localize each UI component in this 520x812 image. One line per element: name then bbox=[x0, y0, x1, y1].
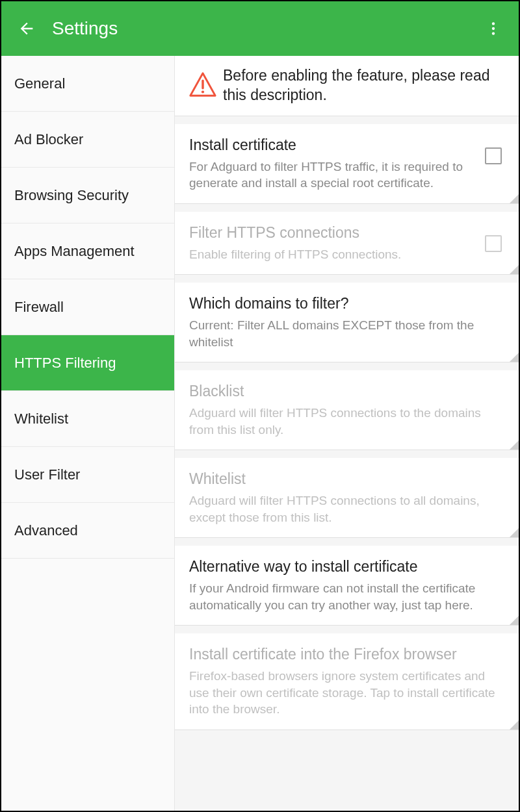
checkbox[interactable] bbox=[485, 147, 502, 164]
sidebar-item-label: Whitelist bbox=[14, 411, 68, 427]
resize-corner-icon bbox=[510, 616, 519, 625]
sidebar-item-label: Apps Management bbox=[14, 243, 135, 260]
sidebar-item-general[interactable]: General bbox=[1, 56, 174, 112]
sidebar-item-https-filtering[interactable]: HTTPS Filtering bbox=[1, 335, 174, 391]
sidebar-item-apps-management[interactable]: Apps Management bbox=[1, 223, 174, 279]
sidebar-item-firewall[interactable]: Firewall bbox=[1, 279, 174, 335]
setting-whitelist: Whitelist Adguard will filter HTTPS conn… bbox=[175, 458, 519, 538]
resize-corner-icon bbox=[510, 353, 519, 362]
sidebar-item-browsing-security[interactable]: Browsing Security bbox=[1, 168, 174, 223]
setting-alternative-install[interactable]: Alternative way to install certificate I… bbox=[175, 546, 519, 626]
svg-point-4 bbox=[202, 90, 204, 93]
sidebar-item-label: Advanced bbox=[14, 522, 78, 539]
setting-desc: Adguard will filter HTTPS connections to… bbox=[189, 405, 495, 438]
sidebar-item-whitelist[interactable]: Whitelist bbox=[1, 391, 174, 447]
setting-blacklist: Blacklist Adguard will filter HTTPS conn… bbox=[175, 370, 519, 450]
overflow-menu-button[interactable] bbox=[480, 15, 507, 42]
resize-corner-icon bbox=[510, 528, 519, 537]
setting-title: Filter HTTPS connections bbox=[189, 223, 476, 242]
setting-desc: Firefox-based browsers ignore system cer… bbox=[189, 668, 495, 718]
setting-title: Install certificate bbox=[189, 136, 476, 155]
setting-desc: Adguard will filter HTTPS connections to… bbox=[189, 492, 495, 526]
sidebar-item-advanced[interactable]: Advanced bbox=[1, 503, 174, 559]
svg-point-2 bbox=[492, 32, 495, 34]
setting-filter-https-connections: Filter HTTPS connections Enable filterin… bbox=[175, 212, 519, 275]
sidebar: General Ad Blocker Browsing Security App… bbox=[1, 56, 175, 811]
sidebar-item-ad-blocker[interactable]: Ad Blocker bbox=[1, 112, 174, 168]
page-title: Settings bbox=[52, 18, 118, 39]
more-vert-icon bbox=[485, 20, 502, 37]
setting-desc: For Adguard to filter HTTPS traffic, it … bbox=[189, 159, 476, 192]
setting-firefox-certificate: Install certificate into the Firefox bro… bbox=[175, 633, 519, 730]
setting-install-certificate[interactable]: Install certificate For Adguard to filte… bbox=[175, 124, 519, 204]
checkbox bbox=[485, 235, 502, 252]
resize-corner-icon bbox=[510, 440, 519, 450]
warning-icon bbox=[188, 70, 223, 102]
setting-title: Install certificate into the Firefox bro… bbox=[189, 645, 495, 664]
setting-title: Which domains to filter? bbox=[189, 294, 495, 313]
warning-text: Before enabling the feature, please read… bbox=[223, 66, 506, 105]
appbar: Settings bbox=[1, 1, 519, 56]
resize-corner-icon bbox=[510, 194, 519, 203]
setting-title: Alternative way to install certificate bbox=[189, 557, 495, 576]
sidebar-item-user-filter[interactable]: User Filter bbox=[1, 447, 174, 503]
warning-banner[interactable]: Before enabling the feature, please read… bbox=[175, 56, 519, 116]
content-pane: Before enabling the feature, please read… bbox=[175, 56, 519, 811]
setting-desc: If your Android firmware can not install… bbox=[189, 580, 495, 613]
setting-which-domains[interactable]: Which domains to filter? Current: Filter… bbox=[175, 283, 519, 362]
sidebar-item-label: Browsing Security bbox=[14, 187, 129, 204]
sidebar-item-label: HTTPS Filtering bbox=[14, 355, 116, 372]
sidebar-item-label: User Filter bbox=[14, 466, 80, 483]
setting-desc: Enable filtering of HTTPS connections. bbox=[189, 246, 476, 263]
resize-corner-icon bbox=[510, 265, 519, 274]
svg-point-1 bbox=[492, 27, 495, 30]
resize-corner-icon bbox=[510, 720, 519, 730]
back-button[interactable] bbox=[13, 15, 40, 42]
setting-title: Whitelist bbox=[189, 470, 495, 488]
setting-title: Blacklist bbox=[189, 382, 495, 401]
svg-point-0 bbox=[492, 22, 495, 25]
setting-desc: Current: Filter ALL domains EXCEPT those… bbox=[189, 317, 495, 350]
sidebar-item-label: General bbox=[14, 75, 65, 92]
sidebar-item-label: Firewall bbox=[14, 299, 64, 316]
arrow-left-icon bbox=[18, 19, 36, 38]
sidebar-item-label: Ad Blocker bbox=[14, 131, 83, 148]
